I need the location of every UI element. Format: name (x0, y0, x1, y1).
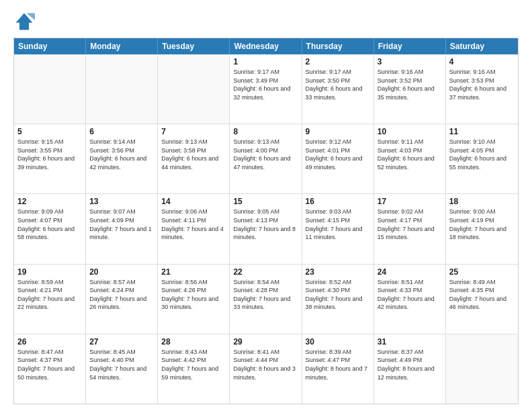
day-info: Sunrise: 8:49 AM Sunset: 4:35 PM Dayligh… (449, 278, 515, 312)
day-number: 15 (233, 197, 298, 206)
day-cell-29: 29Sunrise: 8:41 AM Sunset: 4:44 PM Dayli… (230, 334, 302, 404)
day-info: Sunrise: 9:05 AM Sunset: 4:13 PM Dayligh… (233, 208, 298, 241)
day-number: 9 (306, 127, 370, 136)
day-cell-17: 17Sunrise: 9:02 AM Sunset: 4:17 PM Dayli… (374, 194, 446, 263)
day-info: Sunrise: 9:12 AM Sunset: 4:01 PM Dayligh… (306, 138, 370, 171)
day-number: 27 (89, 337, 154, 347)
day-cell-1: 1Sunrise: 9:17 AM Sunset: 3:49 PM Daylig… (230, 54, 302, 124)
day-cell-16: 16Sunrise: 9:03 AM Sunset: 4:15 PM Dayli… (302, 194, 374, 263)
day-cell-20: 20Sunrise: 8:57 AM Sunset: 4:24 PM Dayli… (86, 265, 158, 334)
day-number: 28 (161, 337, 226, 347)
day-number: 10 (378, 127, 442, 136)
day-number: 1 (233, 57, 298, 66)
week-row-2: 5Sunrise: 9:15 AM Sunset: 3:55 PM Daylig… (14, 124, 518, 194)
weekday-header-sunday: Sunday (14, 38, 86, 54)
empty-cell (86, 54, 158, 124)
day-info: Sunrise: 9:10 AM Sunset: 4:05 PM Dayligh… (449, 138, 515, 171)
day-cell-18: 18Sunrise: 9:00 AM Sunset: 4:19 PM Dayli… (446, 194, 518, 263)
day-number: 25 (449, 267, 515, 277)
day-cell-3: 3Sunrise: 9:16 AM Sunset: 3:52 PM Daylig… (374, 54, 446, 124)
week-row-5: 26Sunrise: 8:47 AM Sunset: 4:37 PM Dayli… (14, 334, 518, 404)
day-number: 24 (378, 267, 442, 277)
day-info: Sunrise: 9:15 AM Sunset: 3:55 PM Dayligh… (17, 138, 82, 171)
day-cell-4: 4Sunrise: 9:16 AM Sunset: 3:53 PM Daylig… (446, 54, 518, 124)
day-number: 3 (378, 57, 442, 66)
day-info: Sunrise: 8:56 AM Sunset: 4:26 PM Dayligh… (161, 278, 226, 312)
weekday-header-saturday: Saturday (446, 38, 518, 54)
day-cell-7: 7Sunrise: 9:13 AM Sunset: 3:58 PM Daylig… (158, 124, 230, 193)
day-number: 19 (17, 267, 82, 277)
empty-cell (14, 54, 86, 124)
day-info: Sunrise: 9:13 AM Sunset: 3:58 PM Dayligh… (161, 138, 226, 171)
day-number: 29 (233, 337, 298, 347)
day-info: Sunrise: 9:02 AM Sunset: 4:17 PM Dayligh… (378, 208, 442, 241)
logo (13, 11, 38, 32)
day-number: 31 (378, 337, 442, 347)
day-number: 17 (378, 197, 442, 206)
day-info: Sunrise: 8:59 AM Sunset: 4:21 PM Dayligh… (17, 278, 82, 312)
day-number: 4 (449, 57, 515, 66)
day-info: Sunrise: 8:47 AM Sunset: 4:37 PM Dayligh… (17, 348, 82, 381)
day-number: 30 (306, 337, 370, 347)
day-number: 6 (89, 127, 154, 136)
day-info: Sunrise: 9:06 AM Sunset: 4:11 PM Dayligh… (161, 208, 226, 241)
day-number: 26 (17, 337, 82, 347)
day-info: Sunrise: 8:54 AM Sunset: 4:28 PM Dayligh… (233, 278, 298, 312)
weekday-header-tuesday: Tuesday (158, 38, 230, 54)
day-cell-8: 8Sunrise: 9:13 AM Sunset: 4:00 PM Daylig… (230, 124, 302, 193)
day-cell-15: 15Sunrise: 9:05 AM Sunset: 4:13 PM Dayli… (230, 194, 302, 263)
header (13, 11, 519, 32)
logo-icon (13, 11, 35, 32)
day-info: Sunrise: 8:41 AM Sunset: 4:44 PM Dayligh… (233, 348, 298, 381)
day-info: Sunrise: 9:07 AM Sunset: 4:09 PM Dayligh… (89, 208, 154, 241)
day-number: 16 (306, 197, 370, 206)
weekday-header-wednesday: Wednesday (230, 38, 302, 54)
day-number: 13 (89, 197, 154, 206)
day-cell-26: 26Sunrise: 8:47 AM Sunset: 4:37 PM Dayli… (14, 334, 86, 404)
day-info: Sunrise: 8:52 AM Sunset: 4:30 PM Dayligh… (306, 278, 370, 312)
weekday-header-friday: Friday (374, 38, 446, 54)
day-info: Sunrise: 9:16 AM Sunset: 3:53 PM Dayligh… (449, 68, 515, 101)
day-cell-23: 23Sunrise: 8:52 AM Sunset: 4:30 PM Dayli… (302, 265, 374, 334)
day-cell-31: 31Sunrise: 8:37 AM Sunset: 4:49 PM Dayli… (374, 334, 446, 404)
day-info: Sunrise: 9:16 AM Sunset: 3:52 PM Dayligh… (378, 68, 442, 101)
day-number: 21 (161, 267, 226, 277)
day-info: Sunrise: 9:00 AM Sunset: 4:19 PM Dayligh… (449, 208, 515, 241)
weekday-header-monday: Monday (86, 38, 158, 54)
day-info: Sunrise: 9:13 AM Sunset: 4:00 PM Dayligh… (233, 138, 298, 171)
day-cell-22: 22Sunrise: 8:54 AM Sunset: 4:28 PM Dayli… (230, 265, 302, 334)
day-cell-5: 5Sunrise: 9:15 AM Sunset: 3:55 PM Daylig… (14, 124, 86, 193)
day-number: 18 (449, 197, 515, 206)
day-cell-19: 19Sunrise: 8:59 AM Sunset: 4:21 PM Dayli… (14, 265, 86, 334)
day-cell-13: 13Sunrise: 9:07 AM Sunset: 4:09 PM Dayli… (86, 194, 158, 263)
day-info: Sunrise: 8:43 AM Sunset: 4:42 PM Dayligh… (161, 348, 226, 381)
week-row-4: 19Sunrise: 8:59 AM Sunset: 4:21 PM Dayli… (14, 265, 518, 334)
day-info: Sunrise: 9:09 AM Sunset: 4:07 PM Dayligh… (17, 208, 82, 241)
day-info: Sunrise: 8:57 AM Sunset: 4:24 PM Dayligh… (89, 278, 154, 312)
day-cell-12: 12Sunrise: 9:09 AM Sunset: 4:07 PM Dayli… (14, 194, 86, 263)
day-cell-10: 10Sunrise: 9:11 AM Sunset: 4:03 PM Dayli… (374, 124, 446, 193)
day-cell-28: 28Sunrise: 8:43 AM Sunset: 4:42 PM Dayli… (158, 334, 230, 404)
day-info: Sunrise: 9:17 AM Sunset: 3:49 PM Dayligh… (233, 68, 298, 101)
empty-cell (158, 54, 230, 124)
day-cell-25: 25Sunrise: 8:49 AM Sunset: 4:35 PM Dayli… (446, 265, 518, 334)
day-number: 20 (89, 267, 154, 277)
day-number: 11 (449, 127, 515, 136)
day-cell-2: 2Sunrise: 9:17 AM Sunset: 3:50 PM Daylig… (302, 54, 374, 124)
day-number: 2 (306, 57, 370, 66)
week-row-3: 12Sunrise: 9:09 AM Sunset: 4:07 PM Dayli… (14, 194, 518, 264)
day-number: 12 (17, 197, 82, 206)
day-cell-11: 11Sunrise: 9:10 AM Sunset: 4:05 PM Dayli… (446, 124, 518, 193)
week-row-1: 1Sunrise: 9:17 AM Sunset: 3:49 PM Daylig… (14, 54, 518, 124)
day-cell-30: 30Sunrise: 8:39 AM Sunset: 4:47 PM Dayli… (302, 334, 374, 404)
day-number: 23 (306, 267, 370, 277)
day-info: Sunrise: 8:39 AM Sunset: 4:47 PM Dayligh… (306, 348, 370, 381)
day-info: Sunrise: 8:45 AM Sunset: 4:40 PM Dayligh… (89, 348, 154, 381)
day-cell-24: 24Sunrise: 8:51 AM Sunset: 4:33 PM Dayli… (374, 265, 446, 334)
weekday-header-thursday: Thursday (302, 38, 374, 54)
empty-cell (446, 334, 518, 404)
day-cell-14: 14Sunrise: 9:06 AM Sunset: 4:11 PM Dayli… (158, 194, 230, 263)
day-info: Sunrise: 8:51 AM Sunset: 4:33 PM Dayligh… (378, 278, 442, 312)
day-cell-6: 6Sunrise: 9:14 AM Sunset: 3:56 PM Daylig… (86, 124, 158, 193)
day-cell-21: 21Sunrise: 8:56 AM Sunset: 4:26 PM Dayli… (158, 265, 230, 334)
